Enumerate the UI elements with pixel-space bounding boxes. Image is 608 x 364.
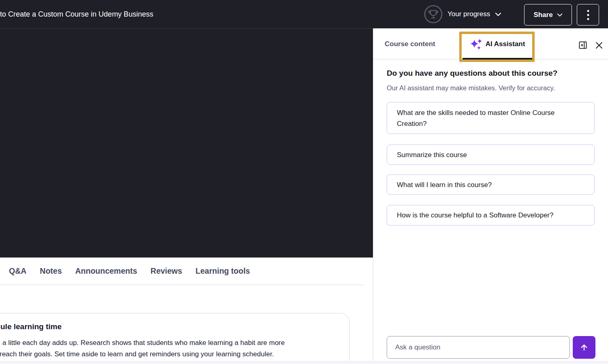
topbar: to Create a Custom Course in Udemy Busin… xyxy=(0,0,608,28)
assistant-disclaimer: Our AI assistant may make mistakes. Veri… xyxy=(387,84,555,92)
ai-assistant-body: Do you have any questions about this cou… xyxy=(373,60,608,364)
suggestion-summarize-course[interactable]: Summarize this course xyxy=(387,145,595,165)
ai-sparkle-icon xyxy=(470,38,482,50)
dashboard-tabbar: Q&A Notes Announcements Reviews Learning… xyxy=(0,258,364,285)
course-title: to Create a Custom Course in Udemy Busin… xyxy=(0,0,153,28)
chevron-down-icon xyxy=(495,13,501,16)
tab-learning-tools[interactable]: Learning tools xyxy=(195,266,250,276)
trophy-icon xyxy=(424,5,443,23)
chevron-down-icon xyxy=(557,13,563,17)
share-button[interactable]: Share xyxy=(524,4,572,26)
scheduler-card-title: ule learning time xyxy=(0,322,62,331)
your-progress-label: Your progress xyxy=(447,10,490,18)
course-dashboard: Q&A Notes Announcements Reviews Learning… xyxy=(0,258,373,364)
ask-question-input[interactable] xyxy=(387,336,570,359)
suggestion-text: What are the skills needed to master Onl… xyxy=(397,107,584,129)
tab-ai-assistant[interactable]: AI Assistant xyxy=(462,28,533,60)
more-options-button[interactable] xyxy=(577,4,599,26)
assistant-heading: Do you have any questions about this cou… xyxy=(387,69,557,78)
share-label: Share xyxy=(533,11,552,19)
schedule-learning-time-card: ule learning time a little each day adds… xyxy=(0,313,350,364)
send-arrow-icon xyxy=(579,343,589,352)
tab-notes[interactable]: Notes xyxy=(40,266,62,276)
your-progress-dropdown[interactable]: Your progress xyxy=(424,0,501,28)
tab-qa[interactable]: Q&A xyxy=(9,266,26,276)
suggestion-text: What will I learn in this course? xyxy=(397,179,492,190)
course-player-window: to Create a Custom Course in Udemy Busin… xyxy=(0,0,608,364)
tab-reviews[interactable]: Reviews xyxy=(150,266,182,276)
suggestion-text: Summarize this course xyxy=(397,149,467,160)
ai-assistant-panel: Course content AI Assistant xyxy=(373,28,608,364)
suggestion-software-developer[interactable]: How is the course helpful to a Software … xyxy=(387,205,595,226)
kebab-menu-icon xyxy=(587,10,589,20)
close-icon[interactable] xyxy=(595,41,604,50)
collapse-panel-icon[interactable] xyxy=(578,40,588,50)
suggestion-what-will-i-learn[interactable]: What will I learn in this course? xyxy=(387,175,595,195)
tab-course-content[interactable]: Course content xyxy=(385,28,435,60)
horizontal-scrollbar[interactable] xyxy=(0,361,608,364)
tab-ai-assistant-label: AI Assistant xyxy=(486,40,525,48)
send-question-button[interactable] xyxy=(573,336,595,359)
scheduler-card-text-line1: a little each day adds up. Research show… xyxy=(2,337,285,349)
scheduler-card-text-line2: reach their goals. Set time aside to lea… xyxy=(0,349,274,360)
tab-announcements[interactable]: Announcements xyxy=(75,266,137,276)
video-player-area[interactable] xyxy=(0,28,373,258)
panel-header: Course content AI Assistant xyxy=(373,28,608,60)
suggestion-text: How is the course helpful to a Software … xyxy=(397,210,553,221)
suggestion-skills-question[interactable]: What are the skills needed to master Onl… xyxy=(387,102,595,134)
